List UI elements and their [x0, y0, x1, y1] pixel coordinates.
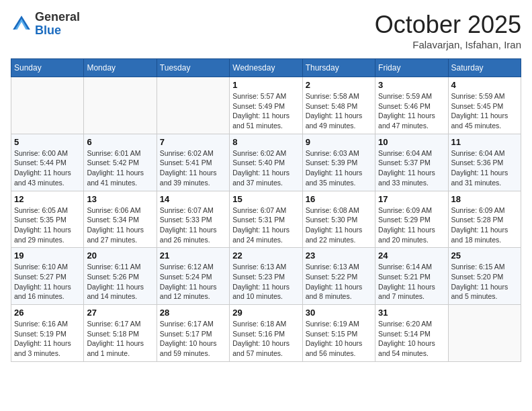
day-number: 7 — [160, 137, 226, 147]
location-subtitle: Falavarjan, Isfahan, Iran — [375, 39, 521, 50]
calendar-cell: 4 Sunrise: 5:59 AMSunset: 5:45 PMDayligh… — [448, 77, 521, 134]
calendar-week-row: 12 Sunrise: 6:05 AMSunset: 5:35 PMDaylig… — [11, 191, 521, 248]
day-info: Sunrise: 5:57 AMSunset: 5:49 PMDaylight:… — [232, 91, 299, 131]
calendar-cell: 18 Sunrise: 6:09 AMSunset: 5:28 PMDaylig… — [448, 191, 521, 248]
calendar-cell: 10 Sunrise: 6:04 AMSunset: 5:37 PMDaylig… — [375, 134, 448, 191]
calendar-cell: 20 Sunrise: 6:11 AMSunset: 5:26 PMDaylig… — [84, 248, 157, 305]
day-info: Sunrise: 6:20 AMSunset: 5:14 PMDaylight:… — [378, 319, 445, 359]
calendar-cell: 16 Sunrise: 6:08 AMSunset: 5:30 PMDaylig… — [302, 191, 375, 248]
day-number: 8 — [232, 137, 299, 147]
day-number: 27 — [87, 308, 153, 318]
calendar-cell: 23 Sunrise: 6:13 AMSunset: 5:22 PMDaylig… — [302, 248, 375, 305]
calendar-week-row: 5 Sunrise: 6:00 AMSunset: 5:44 PMDayligh… — [11, 134, 521, 191]
day-number: 3 — [378, 80, 445, 90]
day-number: 19 — [14, 250, 81, 261]
calendar-week-row: 26 Sunrise: 6:16 AMSunset: 5:19 PMDaylig… — [11, 305, 521, 362]
day-info: Sunrise: 6:00 AMSunset: 5:44 PMDaylight:… — [14, 148, 81, 188]
day-info: Sunrise: 6:17 AMSunset: 5:18 PMDaylight:… — [87, 319, 153, 359]
weekday-header-sunday: Sunday — [11, 59, 84, 77]
calendar-cell: 3 Sunrise: 5:59 AMSunset: 5:46 PMDayligh… — [375, 77, 448, 134]
day-info: Sunrise: 6:05 AMSunset: 5:35 PMDaylight:… — [14, 205, 81, 245]
day-number: 29 — [232, 308, 299, 318]
day-info: Sunrise: 6:02 AMSunset: 5:40 PMDaylight:… — [232, 148, 299, 188]
day-info: Sunrise: 6:01 AMSunset: 5:42 PMDaylight:… — [87, 148, 153, 188]
calendar-cell: 9 Sunrise: 6:03 AMSunset: 5:39 PMDayligh… — [302, 134, 375, 191]
weekday-header-saturday: Saturday — [448, 59, 521, 77]
calendar-cell: 17 Sunrise: 6:09 AMSunset: 5:29 PMDaylig… — [375, 191, 448, 248]
calendar-cell: 7 Sunrise: 6:02 AMSunset: 5:41 PMDayligh… — [157, 134, 229, 191]
day-number: 25 — [451, 250, 518, 261]
calendar-cell: 28 Sunrise: 6:17 AMSunset: 5:17 PMDaylig… — [157, 305, 229, 362]
day-number: 14 — [160, 194, 226, 204]
day-info: Sunrise: 6:03 AMSunset: 5:39 PMDaylight:… — [306, 148, 372, 188]
day-info: Sunrise: 5:59 AMSunset: 5:45 PMDaylight:… — [451, 91, 518, 131]
day-info: Sunrise: 6:02 AMSunset: 5:41 PMDaylight:… — [160, 148, 226, 188]
day-number: 15 — [232, 194, 299, 204]
day-info: Sunrise: 6:07 AMSunset: 5:31 PMDaylight:… — [232, 205, 299, 245]
day-number: 28 — [160, 308, 226, 318]
day-info: Sunrise: 6:06 AMSunset: 5:34 PMDaylight:… — [87, 205, 153, 245]
calendar-cell: 13 Sunrise: 6:06 AMSunset: 5:34 PMDaylig… — [84, 191, 157, 248]
logo: General Blue — [11, 11, 80, 38]
day-info: Sunrise: 6:04 AMSunset: 5:37 PMDaylight:… — [378, 148, 445, 188]
weekday-header-thursday: Thursday — [302, 59, 375, 77]
day-info: Sunrise: 6:18 AMSunset: 5:16 PMDaylight:… — [232, 319, 299, 359]
day-number: 16 — [306, 194, 372, 204]
calendar-cell: 6 Sunrise: 6:01 AMSunset: 5:42 PMDayligh… — [84, 134, 157, 191]
calendar-cell: 1 Sunrise: 5:57 AMSunset: 5:49 PMDayligh… — [230, 77, 302, 134]
calendar-cell: 29 Sunrise: 6:18 AMSunset: 5:16 PMDaylig… — [230, 305, 302, 362]
calendar-cell: 14 Sunrise: 6:07 AMSunset: 5:33 PMDaylig… — [157, 191, 229, 248]
day-number: 6 — [87, 137, 153, 147]
day-info: Sunrise: 6:11 AMSunset: 5:26 PMDaylight:… — [87, 262, 153, 302]
day-info: Sunrise: 5:59 AMSunset: 5:46 PMDaylight:… — [378, 91, 445, 131]
day-number: 10 — [378, 137, 445, 147]
weekday-header-monday: Monday — [84, 59, 157, 77]
day-info: Sunrise: 6:08 AMSunset: 5:30 PMDaylight:… — [306, 205, 372, 245]
day-info: Sunrise: 6:07 AMSunset: 5:33 PMDaylight:… — [160, 205, 226, 245]
day-number: 18 — [451, 194, 518, 204]
page-header: General Blue October 2025 Falavarjan, Is… — [11, 11, 521, 50]
day-number: 26 — [14, 308, 81, 318]
calendar-cell: 12 Sunrise: 6:05 AMSunset: 5:35 PMDaylig… — [11, 191, 84, 248]
calendar-cell: 22 Sunrise: 6:13 AMSunset: 5:23 PMDaylig… — [230, 248, 302, 305]
calendar-cell: 2 Sunrise: 5:58 AMSunset: 5:48 PMDayligh… — [302, 77, 375, 134]
weekday-header-row: SundayMondayTuesdayWednesdayThursdayFrid… — [11, 59, 521, 77]
day-number: 21 — [160, 250, 226, 261]
calendar-cell — [448, 305, 521, 362]
day-info: Sunrise: 6:04 AMSunset: 5:36 PMDaylight:… — [451, 148, 518, 188]
title-block: October 2025 Falavarjan, Isfahan, Iran — [375, 11, 521, 50]
calendar-cell: 5 Sunrise: 6:00 AMSunset: 5:44 PMDayligh… — [11, 134, 84, 191]
day-number: 24 — [378, 250, 445, 261]
day-info: Sunrise: 6:17 AMSunset: 5:17 PMDaylight:… — [160, 319, 226, 359]
calendar-cell — [157, 77, 229, 134]
calendar-cell — [11, 77, 84, 134]
day-info: Sunrise: 6:13 AMSunset: 5:22 PMDaylight:… — [306, 262, 372, 302]
day-number: 20 — [87, 250, 153, 261]
day-number: 31 — [378, 308, 445, 318]
day-info: Sunrise: 6:13 AMSunset: 5:23 PMDaylight:… — [232, 262, 299, 302]
logo-general-text: General — [35, 10, 80, 24]
month-title: October 2025 — [375, 11, 521, 39]
calendar-table: SundayMondayTuesdayWednesdayThursdayFrid… — [11, 58, 521, 362]
weekday-header-tuesday: Tuesday — [157, 59, 229, 77]
calendar-cell: 30 Sunrise: 6:19 AMSunset: 5:15 PMDaylig… — [302, 305, 375, 362]
day-info: Sunrise: 6:10 AMSunset: 5:27 PMDaylight:… — [14, 262, 81, 302]
day-number: 2 — [306, 80, 372, 90]
calendar-cell: 31 Sunrise: 6:20 AMSunset: 5:14 PMDaylig… — [375, 305, 448, 362]
day-number: 13 — [87, 194, 153, 204]
logo-icon — [11, 13, 32, 35]
day-number: 17 — [378, 194, 445, 204]
day-info: Sunrise: 6:09 AMSunset: 5:29 PMDaylight:… — [378, 205, 445, 245]
calendar-cell: 27 Sunrise: 6:17 AMSunset: 5:18 PMDaylig… — [84, 305, 157, 362]
calendar-cell: 25 Sunrise: 6:15 AMSunset: 5:20 PMDaylig… — [448, 248, 521, 305]
calendar-cell: 26 Sunrise: 6:16 AMSunset: 5:19 PMDaylig… — [11, 305, 84, 362]
weekday-header-wednesday: Wednesday — [230, 59, 302, 77]
logo-blue-text: Blue — [35, 24, 61, 37]
calendar-cell: 11 Sunrise: 6:04 AMSunset: 5:36 PMDaylig… — [448, 134, 521, 191]
day-number: 11 — [451, 137, 518, 147]
calendar-cell: 24 Sunrise: 6:14 AMSunset: 5:21 PMDaylig… — [375, 248, 448, 305]
day-number: 1 — [232, 80, 299, 90]
day-info: Sunrise: 6:14 AMSunset: 5:21 PMDaylight:… — [378, 262, 445, 302]
day-info: Sunrise: 6:12 AMSunset: 5:24 PMDaylight:… — [160, 262, 226, 302]
day-info: Sunrise: 6:15 AMSunset: 5:20 PMDaylight:… — [451, 262, 518, 302]
